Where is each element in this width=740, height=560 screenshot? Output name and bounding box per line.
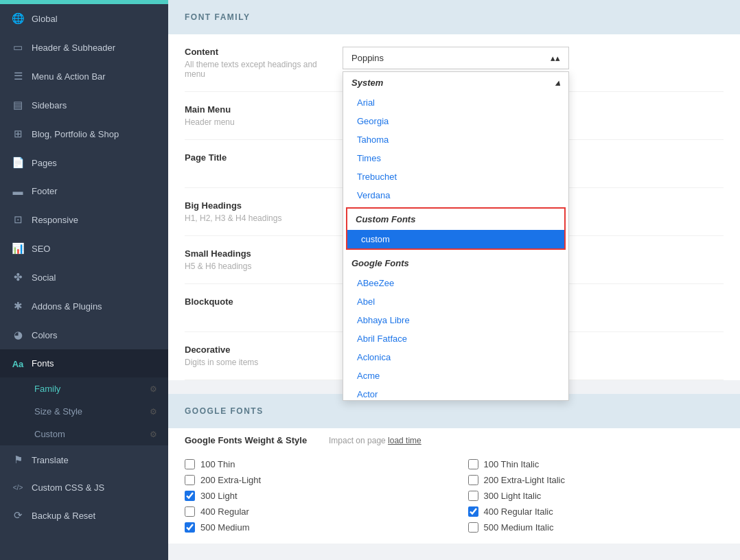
weight-100-thin-italic-label: 100 Thin Italic: [484, 459, 540, 469]
weights-sublabel: Impact on page load time: [329, 436, 421, 445]
sidebar-label-menu: Menu & Action Bar: [32, 71, 106, 82]
family-gear-icon[interactable]: ⚙: [150, 384, 157, 394]
small-headings-title: Small Headings: [185, 248, 329, 259]
big-headings-subtitle: H1, H2, H3 & H4 headings: [185, 213, 329, 223]
sidebar-label-sidebars: Sidebars: [32, 100, 67, 110]
weight-300-light-italic: 300 Light Italic: [468, 491, 724, 501]
content-subtitle: All theme texts except headings and menu: [185, 60, 329, 79]
dropdown-item-tahoma[interactable]: Tahoma: [343, 130, 568, 149]
weight-200-extra-light-label: 200 Extra-Light: [200, 475, 261, 485]
sidebar-item-addons[interactable]: ✱ Addons & Plugins: [0, 292, 168, 320]
weight-100-thin: 100 Thin: [185, 459, 441, 469]
dropdown-item-custom[interactable]: custom: [347, 230, 564, 248]
font-rows: Content All theme texts except headings …: [168, 34, 740, 380]
big-headings-title: Big Headings: [185, 200, 329, 211]
sidebar-sub-custom[interactable]: Custom ⚙: [0, 423, 168, 445]
main-content: FONT FAMILY Content All theme texts exce…: [168, 0, 740, 560]
big-headings-label: Big Headings H1, H2, H3 & H4 headings: [185, 200, 329, 223]
weight-400-regular-italic: 400 Regular Italic: [468, 506, 724, 517]
dropdown-item-arial[interactable]: Arial: [343, 93, 568, 112]
sidebar-item-pages[interactable]: 📄 Pages: [0, 148, 168, 177]
dropdown-item-georgia[interactable]: Georgia: [343, 112, 568, 130]
sidebar-label-fonts: Fonts: [32, 358, 54, 369]
weight-400-regular-italic-label: 400 Regular Italic: [484, 506, 553, 517]
sidebar-item-backup[interactable]: ⟳ Backup & Reset: [0, 501, 168, 530]
family-label: Family: [34, 384, 60, 394]
sidebar-item-social[interactable]: ✤ Social: [0, 263, 168, 292]
weight-500-medium-checkbox[interactable]: [185, 522, 195, 533]
font-row-content: Content All theme texts except headings …: [185, 34, 724, 92]
sidebar-item-responsive[interactable]: ⊡ Responsive: [0, 205, 168, 234]
sidebar-label-colors: Colors: [32, 330, 58, 340]
weight-200-extra-light-italic: 200 Extra-Light Italic: [468, 475, 724, 485]
content-font-select[interactable]: Poppins ▴: [343, 47, 569, 69]
seo-icon: 📊: [11, 242, 25, 255]
sidebar-item-fonts[interactable]: Fonts: [0, 349, 168, 377]
dropdown-item-actor[interactable]: Actor: [343, 385, 568, 401]
weight-300-light-italic-label: 300 Light Italic: [484, 491, 542, 501]
dropdown-item-abril[interactable]: Abril Fatface: [343, 329, 568, 348]
sidebar-item-footer[interactable]: ▬ Footer: [0, 177, 168, 205]
sidebar-item-css[interactable]: </> Custom CSS & JS: [0, 474, 168, 501]
weight-500-medium-italic: 500 Medium Italic: [468, 522, 724, 533]
weight-100-thin-italic-checkbox[interactable]: [468, 459, 478, 469]
sidebar-item-colors[interactable]: ◕ Colors: [0, 320, 168, 349]
size-style-gear-icon[interactable]: ⚙: [150, 407, 157, 417]
dropdown-item-verdana[interactable]: Verdana: [343, 186, 568, 205]
sidebar-sub-family[interactable]: Family ⚙: [0, 377, 168, 400]
sidebar-item-blog[interactable]: ⊞ Blog, Portfolio & Shop: [0, 119, 168, 148]
translate-icon: ⚑: [11, 454, 25, 466]
google-fonts-dropdown-header: Google Fonts: [343, 253, 568, 274]
content-control: Poppins ▴ System ▴ Arial Georgia Tahoma …: [343, 47, 724, 69]
system-section-header: System ▴: [343, 72, 568, 93]
weight-500-medium-label: 500 Medium: [200, 522, 250, 533]
weight-200-extra-light-checkbox[interactable]: [185, 475, 195, 485]
pages-icon: 📄: [11, 156, 25, 169]
dropdown-item-abeezee[interactable]: ABeeZee: [343, 274, 568, 292]
sidebar-label-global: Global: [32, 14, 58, 24]
sidebar-item-header[interactable]: ▭ Header & Subheader: [0, 33, 168, 62]
dropdown-item-aclonica[interactable]: Aclonica: [343, 348, 568, 366]
blockquote-title: Blockquote: [185, 296, 329, 307]
sidebar-icon: ▤: [11, 99, 25, 111]
dropdown-item-trebuchet[interactable]: Trebuchet: [343, 167, 568, 186]
sidebar-item-seo[interactable]: 📊 SEO: [0, 234, 168, 263]
weights-grid: 100 Thin 100 Thin Italic 200 Extra-Light…: [168, 448, 740, 544]
system-chevron-up: ▴: [555, 78, 560, 88]
header-icon: ▭: [11, 41, 25, 54]
weight-500-medium-italic-checkbox[interactable]: [468, 522, 478, 533]
weight-300-light-checkbox[interactable]: [185, 491, 195, 501]
weight-400-regular-checkbox[interactable]: [185, 506, 195, 517]
sidebar-label-backup: Backup & Reset: [32, 511, 95, 521]
css-icon: </>: [11, 484, 25, 491]
weight-400-regular: 400 Regular: [185, 506, 441, 517]
font-family-header: FONT FAMILY: [168, 0, 740, 34]
sidebar-label-translate: Translate: [32, 455, 69, 465]
sidebar-label-header: Header & Subheader: [32, 43, 115, 53]
weight-400-regular-italic-checkbox[interactable]: [468, 506, 478, 517]
footer-icon: ▬: [11, 185, 25, 197]
sidebar-item-translate[interactable]: ⚑ Translate: [0, 445, 168, 474]
dropdown-item-times[interactable]: Times: [343, 149, 568, 167]
weight-100-thin-checkbox[interactable]: [185, 459, 195, 469]
sidebar-label-blog: Blog, Portfolio & Shop: [32, 129, 119, 139]
weight-300-light-label: 300 Light: [200, 491, 238, 501]
sidebar-label-footer: Footer: [32, 186, 58, 196]
page-title-title: Page Title: [185, 152, 329, 163]
sidebar-item-global[interactable]: Global: [0, 4, 168, 33]
sidebar-item-menu[interactable]: ☰ Menu & Action Bar: [0, 62, 168, 91]
sidebar-sub-size-style[interactable]: Size & Style ⚙: [0, 400, 168, 423]
dropdown-item-acme[interactable]: Acme: [343, 366, 568, 385]
fonts-submenu: Family ⚙ Size & Style ⚙ Custom ⚙: [0, 377, 168, 445]
dropdown-item-abhaya[interactable]: Abhaya Libre: [343, 311, 568, 329]
size-style-label: Size & Style: [34, 406, 82, 417]
dropdown-item-abel[interactable]: Abel: [343, 292, 568, 311]
sidebar-label-seo: SEO: [32, 244, 50, 254]
custom-gear-icon[interactable]: ⚙: [150, 430, 157, 439]
weight-200-extra-light-italic-checkbox[interactable]: [468, 475, 478, 485]
sidebar-item-sidebars[interactable]: ▤ Sidebars: [0, 91, 168, 119]
weight-300-light-italic-checkbox[interactable]: [468, 491, 478, 501]
google-fonts-section: GOOGLE FONTS Google Fonts Weight & Style…: [168, 394, 740, 544]
decorative-title: Decorative: [185, 345, 329, 355]
page-title-label: Page Title: [185, 152, 329, 165]
